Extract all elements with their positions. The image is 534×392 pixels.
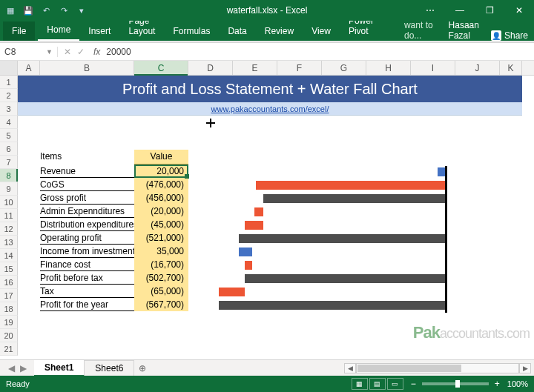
col-header[interactable]: I bbox=[411, 61, 455, 75]
status-ready: Ready bbox=[6, 379, 30, 388]
excel-app-icon: ▦ bbox=[4, 4, 16, 16]
sheet-tab-bar: ◀▶ Sheet1 Sheet6 ⊕ ◀ ▶ bbox=[0, 359, 534, 376]
tab-scroll-left-icon[interactable]: ◀ bbox=[6, 363, 16, 373]
value-cell[interactable]: (521,000) bbox=[134, 231, 188, 245]
chart-bar bbox=[239, 234, 445, 243]
zoom-level[interactable]: 100% bbox=[507, 379, 528, 388]
chart-bar bbox=[245, 274, 445, 283]
name-box[interactable]: C8▼ bbox=[0, 47, 58, 57]
watermark: Pakaccountants.com bbox=[413, 323, 530, 342]
view-page-break-icon[interactable]: ▭ bbox=[387, 378, 403, 390]
maximize-button[interactable]: ❐ bbox=[475, 0, 504, 21]
col-header[interactable]: J bbox=[455, 61, 500, 75]
value-cell[interactable]: (20,000) bbox=[134, 205, 188, 218]
value-cell[interactable]: 35,000 bbox=[134, 245, 188, 258]
page-title: Profit and Loss Statement + Water Fall C… bbox=[18, 76, 522, 102]
col-header[interactable]: K bbox=[500, 61, 522, 75]
chart-bar bbox=[256, 181, 445, 190]
hscroll-right-icon[interactable]: ▶ bbox=[519, 363, 531, 373]
tab-home[interactable]: Home bbox=[38, 20, 79, 41]
chart-bar bbox=[245, 261, 252, 270]
zoom-slider[interactable] bbox=[422, 382, 489, 385]
chart-bar bbox=[239, 248, 252, 256]
col-header[interactable]: E bbox=[233, 61, 277, 75]
chart-bar bbox=[263, 194, 445, 203]
share-button[interactable]: 👤Share bbox=[485, 30, 534, 41]
source-link[interactable]: www.pakaccountants.com/excel/ bbox=[18, 102, 522, 116]
col-header[interactable]: C bbox=[134, 61, 188, 75]
tab-formulas[interactable]: Formulas bbox=[164, 21, 219, 41]
select-all-cell[interactable] bbox=[0, 61, 18, 75]
chart-bar bbox=[219, 301, 445, 310]
fx-icon[interactable]: fx bbox=[93, 47, 100, 57]
col-header[interactable]: F bbox=[277, 61, 322, 75]
value-cell[interactable]: (45,000) bbox=[134, 218, 188, 231]
status-bar: Ready ▦ ▤ ▭ − + 100% bbox=[0, 376, 534, 392]
chart-bar bbox=[219, 288, 245, 296]
formula-bar: C8▼ ✕✓ fx 20000 bbox=[0, 43, 534, 61]
sheet-tab[interactable]: Sheet6 bbox=[85, 360, 134, 376]
col-header[interactable]: D bbox=[188, 61, 233, 75]
share-icon: 👤 bbox=[491, 30, 501, 41]
value-cell[interactable]: (456,000) bbox=[134, 191, 188, 205]
chart-bar bbox=[254, 207, 263, 216]
chart-bar bbox=[245, 221, 263, 230]
enter-formula-icon[interactable]: ✓ bbox=[74, 47, 88, 57]
chart-bar bbox=[438, 167, 445, 176]
hscroll-track[interactable] bbox=[356, 363, 519, 373]
header-value: Value bbox=[134, 150, 188, 165]
qat-dropdown-icon[interactable]: ▾ bbox=[76, 4, 88, 16]
sheet-tab[interactable]: Sheet1 bbox=[34, 359, 85, 376]
value-cell[interactable]: (567,700) bbox=[134, 298, 188, 311]
chevron-down-icon[interactable]: ▼ bbox=[46, 48, 53, 56]
value-cell[interactable]: (65,000) bbox=[134, 285, 188, 298]
col-header[interactable]: H bbox=[366, 61, 411, 75]
ribbon-tabs: File Home Insert Page Layout Formulas Da… bbox=[0, 21, 534, 41]
view-page-layout-icon[interactable]: ▤ bbox=[369, 378, 386, 390]
waterfall-chart bbox=[208, 166, 490, 313]
hscroll-left-icon[interactable]: ◀ bbox=[344, 363, 356, 373]
window-title: waterfall.xlsx - Excel bbox=[227, 5, 308, 16]
col-header[interactable]: B bbox=[40, 61, 134, 75]
tab-scroll-right-icon[interactable]: ▶ bbox=[18, 363, 28, 373]
new-sheet-button[interactable]: ⊕ bbox=[134, 363, 151, 373]
zoom-in-button[interactable]: + bbox=[495, 379, 500, 389]
value-cell[interactable]: 20,000 bbox=[134, 165, 188, 178]
tab-review[interactable]: Review bbox=[256, 21, 303, 41]
view-normal-icon[interactable]: ▦ bbox=[352, 378, 368, 390]
col-header[interactable]: G bbox=[322, 61, 366, 75]
zoom-out-button[interactable]: − bbox=[411, 379, 416, 389]
save-icon[interactable]: 💾 bbox=[22, 4, 34, 16]
hscroll-thumb[interactable] bbox=[357, 365, 461, 372]
tab-file[interactable]: File bbox=[3, 21, 35, 41]
value-cell[interactable]: (16,700) bbox=[134, 258, 188, 271]
redo-icon[interactable]: ↷ bbox=[58, 4, 70, 16]
formula-input[interactable]: 20000 bbox=[102, 47, 131, 57]
value-cell[interactable]: (502,700) bbox=[134, 271, 188, 285]
tab-data[interactable]: Data bbox=[219, 21, 255, 41]
value-cell[interactable]: (476,000) bbox=[134, 178, 188, 191]
cell-cursor-icon bbox=[206, 119, 215, 127]
header-items: Items bbox=[40, 151, 62, 162]
close-button[interactable]: ✕ bbox=[504, 0, 534, 21]
titlebar: ▦ 💾 ↶ ↷ ▾ waterfall.xlsx - Excel ⋯ — ❐ ✕ bbox=[0, 0, 534, 21]
undo-icon[interactable]: ↶ bbox=[40, 4, 52, 16]
ribbon-options-icon[interactable]: ⋯ bbox=[415, 0, 445, 21]
tab-view[interactable]: View bbox=[303, 21, 340, 41]
cancel-formula-icon[interactable]: ✕ bbox=[61, 47, 74, 57]
column-headers: A B C D E F G H I J K bbox=[0, 61, 534, 76]
chart-zero-line bbox=[445, 166, 447, 313]
minimize-button[interactable]: — bbox=[445, 0, 475, 21]
col-header[interactable]: A bbox=[18, 61, 40, 75]
signed-in-user[interactable]: Hasaan Fazal bbox=[443, 20, 485, 41]
tab-insert[interactable]: Insert bbox=[79, 21, 119, 41]
